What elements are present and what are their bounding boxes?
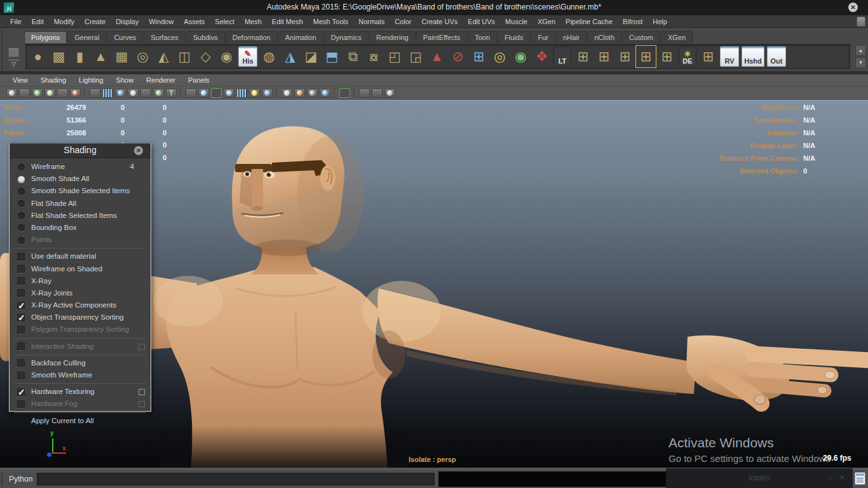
- motion-blur-icon[interactable]: [307, 88, 318, 98]
- field-chart-icon[interactable]: [140, 88, 151, 98]
- menu-file[interactable]: File: [5, 15, 27, 28]
- menu-muscle[interactable]: Muscle: [500, 15, 532, 28]
- menu-color[interactable]: Color: [390, 15, 416, 28]
- menu-item-xray-active-components[interactable]: X-Ray Active Components: [10, 299, 151, 311]
- command-language-label[interactable]: Python: [9, 475, 32, 484]
- shelf-dropdown-icon[interactable]: ▽: [8, 60, 19, 68]
- poly-pyramid-icon[interactable]: ◭: [153, 45, 174, 68]
- bookmarks-icon[interactable]: [32, 88, 43, 98]
- shelf-tab-animation[interactable]: Animation: [278, 31, 323, 43]
- safe-title-icon[interactable]: T: [166, 88, 177, 98]
- hypershade-button[interactable]: Hshd: [742, 46, 764, 67]
- menu-pipeline-cache[interactable]: Pipeline Cache: [560, 15, 618, 28]
- contour-stretch-icon[interactable]: ⊞: [656, 45, 677, 68]
- select-camera-icon[interactable]: [6, 88, 17, 98]
- menu-edit[interactable]: Edit: [27, 15, 49, 28]
- ambient-occlusion-icon[interactable]: [294, 88, 305, 98]
- bridge-icon[interactable]: ⧉: [342, 45, 363, 68]
- shadows-icon[interactable]: [281, 88, 292, 98]
- close-icon[interactable]: ✕: [134, 146, 143, 155]
- poly-cone-icon[interactable]: ▲: [90, 45, 111, 68]
- shelf-tab-custom[interactable]: Custom: [622, 31, 660, 43]
- menu-bifrost[interactable]: Bifrost: [618, 15, 648, 28]
- menu-display[interactable]: Display: [111, 15, 144, 28]
- menu-item-hardware-texturing[interactable]: Hardware Texturing: [10, 386, 151, 398]
- shelf-tab-fur[interactable]: Fur: [531, 31, 555, 43]
- render-view-button[interactable]: RV: [720, 46, 739, 67]
- panel-menu-view[interactable]: View: [6, 76, 34, 84]
- rotate-manipulator-icon[interactable]: ◎: [489, 45, 510, 68]
- menu-mesh-tools[interactable]: Mesh Tools: [308, 15, 353, 28]
- shelf-drag-handle[interactable]: [1, 30, 4, 69]
- xray-display-icon[interactable]: [359, 88, 370, 98]
- menu-item-object-transparency-sorting[interactable]: Object Transparency Sorting: [10, 311, 151, 323]
- no-lights-icon[interactable]: [262, 88, 273, 98]
- panel-menu-shading[interactable]: Shading: [34, 76, 72, 84]
- soften-edge-icon[interactable]: ▲: [426, 45, 447, 68]
- shelf-tab-subdivs[interactable]: Subdivs: [186, 31, 225, 43]
- shelf-tab-toon[interactable]: Toon: [468, 31, 497, 43]
- merge-vertices-icon[interactable]: ◲: [405, 45, 426, 68]
- sphere-manipulator-icon[interactable]: ◉: [510, 45, 531, 68]
- bevel-icon[interactable]: ◮: [280, 45, 301, 68]
- planar-mapping-icon[interactable]: ⊞: [573, 45, 593, 68]
- menu-xgen[interactable]: XGen: [532, 15, 560, 28]
- shelf-tab-general[interactable]: General: [67, 31, 106, 43]
- menu-item-xray[interactable]: X-Ray: [10, 275, 151, 287]
- maximize-icon[interactable]: □: [828, 473, 832, 481]
- menu-create[interactable]: Create: [79, 15, 111, 28]
- poly-pipe-icon[interactable]: ◫: [174, 45, 195, 68]
- smooth-mesh-icon[interactable]: ◉: [216, 45, 237, 68]
- menu-assets[interactable]: Assets: [179, 15, 210, 28]
- command-result-field[interactable]: [438, 471, 666, 487]
- menu-item-apply-current-to-all[interactable]: Apply Current to All: [10, 415, 151, 427]
- shelf-tab-dynamics[interactable]: Dynamics: [324, 31, 369, 43]
- menu-item-flat-shade-selected[interactable]: Flat Shade Selected Items: [10, 210, 151, 222]
- duplicate-panel-icon[interactable]: [372, 88, 383, 98]
- image-plane-icon[interactable]: [44, 88, 55, 98]
- move-snap-icon[interactable]: ✥: [531, 45, 552, 68]
- shelf-scroll-up-icon[interactable]: ▲: [855, 45, 866, 56]
- multi-cut-icon[interactable]: ◪: [301, 45, 322, 68]
- close-icon[interactable]: ✕: [839, 473, 845, 482]
- use-all-lights-icon[interactable]: [236, 88, 247, 98]
- shading-panel-titlebar[interactable]: Shading ✕: [10, 144, 151, 158]
- shelf-tab-rendering[interactable]: Rendering: [369, 31, 416, 43]
- menu-item-smooth-shade-selected[interactable]: Smooth Shade Selected Items: [10, 185, 151, 197]
- construction-history-button[interactable]: ✎His: [238, 46, 257, 67]
- grid-toggle-icon[interactable]: [90, 88, 100, 98]
- shelf-tab-polygons[interactable]: Polygons: [24, 31, 67, 43]
- target-weld-icon[interactable]: ◍: [259, 45, 280, 68]
- menu-normals[interactable]: Normals: [353, 15, 390, 28]
- shelf-scroll-down-icon[interactable]: ▼: [855, 57, 866, 68]
- extrude-icon[interactable]: ⬒: [322, 45, 342, 68]
- shelf-tab-ncloth[interactable]: nCloth: [587, 31, 621, 43]
- menu-item-wireframe[interactable]: Wireframe4: [10, 161, 151, 173]
- poly-plane-icon[interactable]: ▦: [111, 45, 132, 68]
- depth-of-field-icon[interactable]: [320, 88, 330, 98]
- panel-menu-panels[interactable]: Panels: [182, 76, 216, 84]
- shelf-tab-nhair[interactable]: nHair: [556, 31, 587, 43]
- separate-icon[interactable]: ◰: [384, 45, 405, 68]
- script-editor-button[interactable]: [855, 472, 865, 485]
- panel-menu-lighting[interactable]: Lighting: [72, 76, 110, 84]
- menu-select[interactable]: Select: [210, 15, 240, 28]
- grease-pencil-icon[interactable]: [70, 88, 81, 98]
- wireframe-display-icon[interactable]: [186, 88, 196, 98]
- poly-cylinder-icon[interactable]: ▮: [69, 45, 90, 68]
- film-gate-icon[interactable]: [102, 88, 113, 98]
- menu-edit-mesh[interactable]: Edit Mesh: [267, 15, 308, 28]
- menu-window[interactable]: Window: [144, 15, 179, 28]
- menu-item-backface-culling[interactable]: Backface Culling: [10, 357, 151, 369]
- menu-edit-uvs[interactable]: Edit UVs: [463, 15, 500, 28]
- command-line-drag-handle[interactable]: [1, 473, 4, 485]
- poly-cube-icon[interactable]: ▩: [48, 45, 69, 68]
- default-material-icon[interactable]: [211, 88, 222, 98]
- planar-mapping-y-icon[interactable]: ⊞: [635, 45, 656, 68]
- menu-item-use-default-material[interactable]: Use default material: [10, 250, 151, 262]
- safe-action-icon[interactable]: [153, 88, 164, 98]
- menu-item-smooth-shade-all[interactable]: Smooth Shade All: [10, 173, 151, 185]
- option-box-icon[interactable]: [139, 389, 145, 395]
- menu-mesh[interactable]: Mesh: [240, 15, 267, 28]
- cylindrical-mapping-icon[interactable]: ⊞: [614, 45, 635, 68]
